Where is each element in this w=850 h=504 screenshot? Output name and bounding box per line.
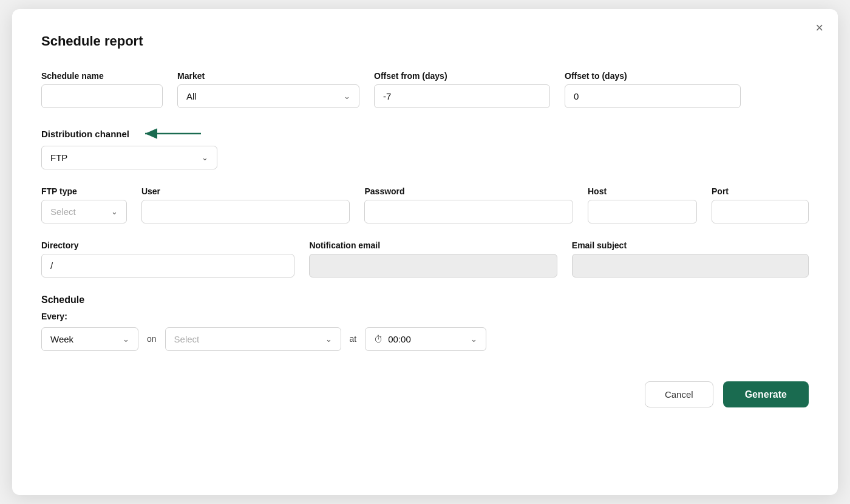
port-group: Port <box>712 186 809 223</box>
generate-button[interactable]: Generate <box>723 381 809 407</box>
every-group: Week ⌄ <box>41 327 138 351</box>
directory-group: Directory / <box>41 240 294 278</box>
schedule-report-modal: × Schedule report Schedule name Market A… <box>12 9 838 495</box>
schedule-name-label: Schedule name <box>41 71 163 81</box>
market-select[interactable]: All ⌄ <box>177 84 359 108</box>
directory-row: Directory / Notification email Email sub… <box>41 240 809 278</box>
every-chevron-icon: ⌄ <box>123 335 129 344</box>
user-group: User <box>141 186 350 223</box>
email-subject-input <box>572 254 809 278</box>
clock-icon: ⏱ <box>374 334 383 344</box>
ftp-type-chevron-icon: ⌄ <box>111 207 118 216</box>
offset-from-input[interactable]: -7 <box>374 84 550 108</box>
market-chevron-icon: ⌄ <box>344 92 350 101</box>
every-select[interactable]: Week ⌄ <box>41 327 138 351</box>
notification-email-group: Notification email <box>309 240 557 278</box>
notification-email-input <box>309 254 557 278</box>
ftp-fields-row: FTP type Select ⌄ User Password Host Por… <box>41 186 809 223</box>
every-value: Week <box>50 334 73 344</box>
schedule-name-input[interactable] <box>41 84 163 108</box>
offset-from-group: Offset from (days) -7 <box>374 71 550 108</box>
directory-input[interactable]: / <box>41 254 294 278</box>
schedule-section-title: Schedule <box>41 295 809 305</box>
host-group: Host <box>588 186 697 223</box>
email-subject-group: Email subject <box>572 240 809 278</box>
on-label: on <box>147 334 157 345</box>
cancel-button[interactable]: Cancel <box>645 381 713 407</box>
on-chevron-icon: ⌄ <box>325 335 332 344</box>
ftp-type-group: FTP type Select ⌄ <box>41 186 127 223</box>
dist-channel-label-row: Distribution channel <box>41 125 217 142</box>
distribution-channel-select[interactable]: FTP ⌄ <box>41 146 217 169</box>
schedule-name-group: Schedule name <box>41 71 163 108</box>
close-button[interactable]: × <box>815 21 823 35</box>
port-label: Port <box>712 186 809 196</box>
on-select[interactable]: Select ⌄ <box>165 327 341 351</box>
footer-row: Cancel Generate <box>41 381 809 407</box>
directory-label: Directory <box>41 240 294 250</box>
distribution-channel-chevron-icon: ⌄ <box>202 153 208 162</box>
time-chevron-icon: ⌄ <box>471 335 477 344</box>
password-label: Password <box>364 186 573 196</box>
on-placeholder: Select <box>174 334 200 344</box>
password-group: Password <box>364 186 573 223</box>
user-label: User <box>141 186 350 196</box>
market-group: Market All ⌄ <box>177 71 359 108</box>
password-input[interactable] <box>364 200 573 223</box>
offset-to-group: Offset to (days) 0 <box>565 71 741 108</box>
user-input[interactable] <box>141 200 350 223</box>
ftp-type-select[interactable]: Select ⌄ <box>41 200 127 223</box>
market-label: Market <box>177 71 359 81</box>
time-value: 00:00 <box>388 334 466 344</box>
ftp-type-label: FTP type <box>41 186 127 196</box>
every-label: Every: <box>41 312 809 321</box>
schedule-section: Schedule Every: Week ⌄ on Select ⌄ at ⏱ … <box>41 295 809 351</box>
port-input[interactable] <box>712 200 809 223</box>
offset-to-label: Offset to (days) <box>565 71 741 81</box>
email-subject-label: Email subject <box>572 240 809 250</box>
notification-email-label: Notification email <box>309 240 557 250</box>
host-input[interactable] <box>588 200 697 223</box>
modal-title: Schedule report <box>41 33 809 49</box>
distribution-channel-label: Distribution channel <box>41 129 129 139</box>
market-value: All <box>186 91 197 101</box>
row-basic-fields: Schedule name Market All ⌄ Offset from (… <box>41 71 809 108</box>
schedule-every-row: Week ⌄ on Select ⌄ at ⏱ 00:00 ⌄ <box>41 327 809 351</box>
distribution-channel-value: FTP <box>50 152 67 163</box>
on-group: Select ⌄ <box>165 327 341 351</box>
ftp-type-placeholder: Select <box>50 206 76 217</box>
time-picker[interactable]: ⏱ 00:00 ⌄ <box>365 327 486 351</box>
distribution-channel-row: Distribution channel FTP ⌄ <box>41 125 809 169</box>
arrow-annotation-icon <box>140 125 207 142</box>
offset-to-input[interactable]: 0 <box>565 84 741 108</box>
distribution-channel-group: Distribution channel FTP ⌄ <box>41 125 217 169</box>
offset-from-label: Offset from (days) <box>374 71 550 81</box>
host-label: Host <box>588 186 697 196</box>
at-label: at <box>350 334 357 345</box>
